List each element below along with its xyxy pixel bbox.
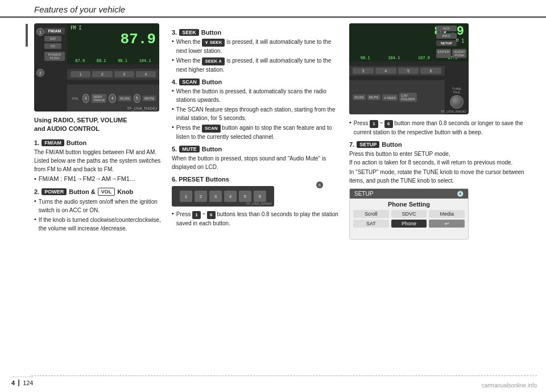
fmam-badge: FM/AM — [42, 139, 64, 146]
section-7-head: 7. SETUP Button — [349, 141, 538, 148]
seek-down-badge: ∨ SEEK — [202, 39, 225, 47]
scan-btn[interactable]: SCAN — [118, 96, 131, 101]
fm-am-btn[interactable]: FM/AM — [44, 28, 65, 34]
radio-caption: Using RADIO, SETUP, VOLUME and AUDIO CON… — [34, 116, 165, 134]
vol-label: VOL — [71, 97, 80, 100]
section-1-bullet: • FM/AM : FM1→FM2→AM→FM1... — [34, 175, 165, 182]
page-section: 4 — [11, 379, 19, 386]
section-6b-bullet: • Press 1 ~ 6 button more than 0.8 secon… — [349, 119, 538, 137]
section-7-text2: If no action is taken for 8 seconds, it … — [349, 158, 538, 167]
section-1-text: The FM/AM button toggles between FM and … — [34, 148, 165, 174]
tune-knob[interactable] — [450, 95, 464, 109]
vol-badge: VOL — [98, 188, 115, 196]
setup-scroll[interactable]: Scroll — [353, 210, 389, 218]
setup-media[interactable]: Media — [429, 210, 465, 218]
footer-dashed-line — [31, 376, 537, 376]
page-num-display: 124 — [23, 379, 33, 386]
section-6-head: 6. PRESET Buttons — [172, 176, 342, 183]
left-column: 1 2 FM/AM SAT CD POWERPUSH FM I 87.9 87 — [34, 23, 165, 380]
cd-btn[interactable]: CD — [44, 43, 61, 49]
section-3-bullet-2: • When the SEEK ∧ is pressed, it will au… — [172, 56, 342, 74]
mute-btn[interactable]: MUTE — [143, 96, 156, 101]
preset-btn-1[interactable]: 1 — [180, 191, 192, 202]
circle-3: 3 — [82, 94, 90, 103]
radio-image-1: 1 2 FM/AM SAT CD POWERPUSH FM I 87.9 87 — [34, 23, 159, 112]
setup-header: SETUP 💿 — [350, 189, 468, 199]
power-badge: POWER — [42, 188, 67, 195]
preset-buttons-image: 1 2 3 4 5 6 TF_USA_RADIO — [172, 186, 274, 207]
setup-sat[interactable]: SAT — [353, 220, 389, 228]
power-btn[interactable]: POWERPUSH — [44, 52, 65, 61]
tf-label-1: TF_USA_RADIO — [127, 106, 157, 110]
info-btn[interactable]: INFO — [436, 33, 457, 39]
seek-up-badge: SEEK ∧ — [202, 57, 225, 65]
r2-preset-3[interactable]: 3 — [353, 68, 374, 74]
r2-scan-btn[interactable]: SCAN — [353, 94, 366, 100]
section-2-head: 2. POWER Button & VOL Knob — [34, 188, 165, 196]
setup-body: Phone Setting Scroll SDVC Media SAT Phon… — [350, 199, 468, 232]
r-preset-6-badge: 6 — [384, 120, 392, 128]
watermark: carmanualsonline.info — [482, 382, 537, 389]
section-6-bullet-1: • Press 1 ~ 6 buttons less than 0.8 seco… — [172, 210, 342, 228]
preset-2[interactable]: 2 — [92, 71, 112, 77]
preset-1[interactable]: 1 — [71, 71, 90, 77]
circle-6-label: 6 — [316, 181, 323, 188]
setup-screen-title: Phone Setting — [353, 201, 465, 208]
setup-phone[interactable]: Phone — [391, 220, 427, 228]
r-preset-1-badge: 1 — [370, 120, 378, 128]
seek-track-btn[interactable]: SEEKTRACK — [92, 94, 106, 103]
aux-btn[interactable]: AUX — [436, 26, 457, 31]
preset-btn-6[interactable]: 6 — [254, 191, 266, 202]
r2-cat-folder-btn[interactable]: CATFOLDER — [399, 93, 416, 102]
radio-image-2: 87.9 P 1 98.1 104.1 107.9 87.9 AUX INFO … — [349, 23, 469, 114]
section-3-bullet-1: • When the ∨ SEEK is pressed, it will au… — [172, 38, 342, 55]
mute-badge: MUTE — [179, 146, 200, 152]
preset-btn-5[interactable]: 5 — [239, 191, 251, 202]
section-4-bullet-2: • The SCAN feature steps through each st… — [172, 105, 342, 122]
preset-btn-3[interactable]: 3 — [209, 191, 222, 202]
page-sidebar — [26, 24, 28, 47]
preset-6-badge: 6 — [207, 211, 215, 219]
r2-preset-4[interactable]: 4 — [375, 68, 396, 74]
r2-seek-btn[interactable]: ∨ SEEK — [382, 94, 398, 101]
page-title: Features of your vehicle — [34, 5, 125, 14]
page-number: 4 124 — [11, 377, 33, 386]
preset-4[interactable]: 4 — [136, 71, 156, 77]
audio-push-btn[interactable]: AUDIOPUSH — [452, 49, 466, 58]
seek-badge: SEEK — [179, 29, 199, 36]
section-1-head: 1. FM/AM Button — [34, 139, 165, 146]
tf-label-3: TF_USA_RADIO — [441, 110, 466, 113]
setup-badge: SETUP — [357, 141, 379, 148]
setup-sdvc[interactable]: SDVC — [391, 210, 427, 218]
circle-5: 5 — [134, 94, 141, 103]
right-column: 87.9 P 1 98.1 104.1 107.9 87.9 AUX INFO … — [349, 23, 538, 380]
section-4-head: 4. SCAN Button — [172, 79, 342, 85]
scan-badge: SCAN — [179, 79, 200, 85]
section-2-bullet-1: • Turns the audio system on/off when the… — [34, 197, 165, 214]
preset-1-badge: 1 — [192, 211, 200, 219]
section-7-text1: Press this button to enter SETUP mode, — [349, 150, 538, 158]
section-2-bullet-2: • If the knob is turned clockwise/counte… — [34, 216, 165, 233]
enter-btn[interactable]: ENTER — [436, 49, 451, 58]
preset-btn-2[interactable]: 2 — [195, 191, 207, 202]
r2-preset-6[interactable]: 6 — [420, 68, 441, 74]
section-5-text: When the button is pressed, stops sound … — [172, 154, 342, 171]
section-4-bullet-3: • Press the SCAN button again to stop th… — [172, 123, 342, 141]
sat-btn[interactable]: SAT — [44, 36, 61, 42]
setup-row-2: SAT Phone ↩ — [353, 220, 465, 228]
setup-row-1: Scroll SDVC Media — [353, 210, 465, 218]
header: Features of your vehicle — [0, 0, 546, 18]
preset-3[interactable]: 3 — [114, 71, 134, 77]
r2-preset-5[interactable]: 5 — [398, 68, 419, 74]
section-5-head: 5. MUTE Button — [172, 146, 342, 152]
setup-screen-image: SETUP 💿 Phone Setting Scroll SDVC Media … — [349, 188, 469, 240]
tf-label-2: TF_USA_RADIO — [246, 202, 272, 205]
r2-mute-btn[interactable]: MUTE — [367, 94, 380, 100]
section-7-text3: In "SETUP" mode, rotate the TUNE knob to… — [349, 168, 538, 185]
section-4-bullet-1: • When the button is pressed, it automat… — [172, 87, 342, 104]
tune-label: TUNEFILE — [452, 87, 461, 94]
setup-btn-radio[interactable]: SETUP — [436, 40, 457, 46]
preset-btn-4[interactable]: 4 — [224, 191, 237, 202]
setup-back[interactable]: ↩ — [429, 220, 465, 228]
middle-column: 3. SEEK Button • When the ∨ SEEK is pres… — [172, 23, 342, 380]
